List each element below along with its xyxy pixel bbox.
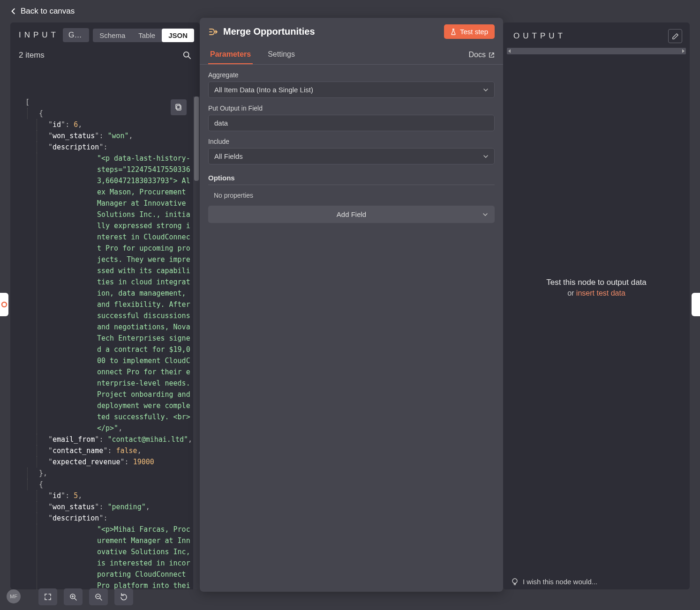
json-viewer: [{"id": 6,"won_status": "won","descripti… — [10, 97, 200, 589]
external-link-icon — [489, 52, 495, 58]
input-source-pill[interactable]: Get All Opportunit — [63, 28, 89, 42]
aggregate-value: All Item Data (Into a Single List) — [214, 86, 313, 94]
output-field-label: Put Output in Field — [208, 104, 495, 112]
input-title: INPUT — [19, 30, 59, 40]
zoom-in-icon — [69, 593, 77, 601]
node-config-panel: Merge Opportunities Test step Parameters… — [200, 18, 503, 592]
right-panel-handle[interactable] — [692, 293, 700, 316]
output-horizontal-scrollbar[interactable] — [507, 48, 686, 54]
chevron-down-icon — [482, 212, 488, 217]
fullscreen-button[interactable] — [38, 588, 57, 605]
aggregate-label: Aggregate — [208, 71, 495, 79]
user-avatar[interactable]: MF — [7, 589, 21, 603]
search-icon[interactable] — [183, 51, 191, 60]
node-title: Merge Opportunities — [223, 26, 444, 37]
arrow-left-icon — [10, 8, 17, 15]
tab-json[interactable]: JSON — [162, 29, 194, 42]
no-properties-text: No properties — [208, 190, 495, 201]
input-panel: INPUT Get All Opportunit Schema Table JS… — [10, 22, 200, 589]
add-field-label: Add Field — [337, 210, 366, 218]
insert-test-data-link[interactable]: insert test data — [576, 289, 625, 297]
lightbulb-icon — [512, 578, 518, 586]
options-heading: Options — [208, 171, 495, 185]
tab-schema[interactable]: Schema — [93, 29, 132, 42]
merge-icon — [208, 27, 218, 37]
tab-table[interactable]: Table — [132, 29, 162, 42]
flask-icon — [451, 29, 456, 35]
left-panel-handle[interactable] — [0, 293, 8, 316]
aggregate-select[interactable]: All Item Data (Into a Single List) — [208, 82, 495, 98]
zoom-out-icon — [95, 593, 102, 601]
test-step-label: Test step — [460, 28, 488, 36]
output-edit-button[interactable] — [668, 29, 682, 43]
avatar-initials: MF — [10, 594, 17, 599]
include-value: All Fields — [214, 152, 243, 160]
add-field-button[interactable]: Add Field — [208, 206, 495, 223]
reset-view-button[interactable] — [114, 588, 133, 605]
tab-settings[interactable]: Settings — [266, 45, 297, 64]
chevron-down-icon — [483, 154, 489, 159]
include-select[interactable]: All Fields — [208, 148, 495, 164]
docs-link[interactable]: Docs — [469, 51, 495, 59]
items-count: 2 items — [19, 51, 45, 60]
zoom-in-button[interactable] — [64, 588, 83, 605]
svg-point-0 — [184, 52, 189, 57]
wish-text[interactable]: I wish this node would... — [523, 578, 597, 586]
test-step-button[interactable]: Test step — [444, 24, 495, 39]
output-field-input[interactable] — [208, 115, 495, 131]
svg-point-6 — [2, 302, 7, 307]
back-to-canvas-link[interactable]: Back to canvas — [10, 7, 75, 16]
output-empty-message: Test this node to output data — [503, 278, 690, 287]
view-toggle: Schema Table JSON — [93, 29, 194, 42]
pencil-icon — [672, 33, 679, 40]
output-or: or — [567, 289, 574, 297]
tab-parameters[interactable]: Parameters — [208, 45, 253, 64]
output-empty-sub: or insert test data — [503, 289, 690, 298]
chevron-down-icon — [483, 87, 489, 93]
output-title: OUTPUT — [513, 31, 668, 41]
undo-icon — [120, 593, 128, 601]
back-label: Back to canvas — [21, 7, 75, 16]
svg-point-3 — [512, 579, 517, 583]
docs-label: Docs — [469, 51, 486, 59]
zoom-out-button[interactable] — [89, 588, 108, 605]
json-scrollbar[interactable] — [193, 97, 200, 589]
fullscreen-icon — [44, 593, 52, 601]
output-panel: OUTPUT Test this node to output data or … — [503, 22, 690, 589]
include-label: Include — [208, 138, 495, 145]
